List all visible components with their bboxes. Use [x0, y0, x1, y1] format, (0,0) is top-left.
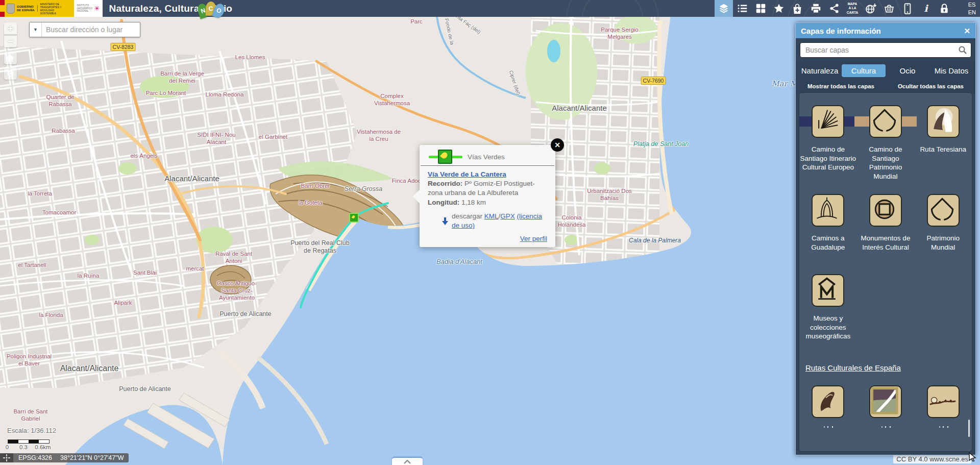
ign-logo[interactable]: INSTITUTO GEOGRÁFICO NACIONAL ✳: [74, 0, 103, 17]
info-button[interactable]: i: [917, 0, 935, 17]
tab-mis-datos[interactable]: Mis Datos: [929, 64, 973, 77]
layer-item[interactable]: Museos y colecciones museográficas: [800, 274, 856, 341]
globe-download-button[interactable]: [862, 0, 880, 17]
layer-item[interactable]: Ruta Teresiana: [915, 105, 971, 181]
mobile-button[interactable]: [898, 0, 917, 17]
hide-all-layers-link[interactable]: Ocultar todas las capas: [898, 83, 964, 89]
scrollbar-thumb[interactable]: [968, 420, 970, 437]
zoom-controls: + −: [4, 22, 17, 47]
home-icon: [7, 55, 14, 62]
layer-item[interactable]: [915, 385, 971, 428]
layers-panel-close-button[interactable]: ✕: [964, 27, 970, 35]
download-text: descargar KML/GPX (licencia de uso): [452, 212, 547, 230]
modules-icon: [755, 3, 766, 14]
cropped-label: [827, 426, 828, 428]
cropped-label: [943, 426, 944, 428]
coat-of-arms-icon: [7, 4, 15, 14]
wh-emblem-icon: [869, 105, 902, 138]
layers-button[interactable]: [715, 0, 733, 17]
share-button[interactable]: [825, 0, 843, 17]
layer-item[interactable]: Patrimonio Mundial: [915, 194, 971, 252]
popup-close-button[interactable]: ✕: [551, 138, 564, 152]
show-all-layers-link[interactable]: Mostrar todas las capas: [807, 83, 874, 89]
modules-button[interactable]: [751, 0, 770, 17]
recorrido-label: Recorrido:: [428, 180, 462, 187]
home-button[interactable]: [4, 52, 17, 64]
bottom-panel-toggle[interactable]: [392, 457, 423, 465]
layers-panel-header: Capas de información ✕: [796, 23, 975, 38]
download-arrow-icon: [442, 217, 448, 225]
longitud-label: Longitud:: [428, 199, 459, 206]
tab-ocio[interactable]: Ocio: [886, 64, 929, 77]
basket-button[interactable]: [880, 0, 898, 17]
share-icon: [829, 3, 840, 14]
popup-pointer: [412, 190, 420, 203]
zoom-out-button[interactable]: −: [4, 35, 17, 47]
popup-header: Vías Verdes: [421, 145, 554, 166]
epsg-value: EPSG:4326: [18, 454, 52, 461]
layer-item[interactable]: Camino de Santiago Itinerario Cultural E…: [800, 105, 856, 181]
via-verde-marker[interactable]: [349, 213, 359, 223]
print-button[interactable]: [806, 0, 825, 17]
layers-scroll-area[interactable]: Camino de Santiago Itinerario Cultural E…: [799, 92, 972, 452]
lang-es[interactable]: ES: [968, 1, 976, 9]
layers-icon: [718, 3, 729, 14]
header-toolbar: MAPA A LA CARTAi: [715, 0, 953, 17]
cnig-mark-icon: ✳: [94, 5, 100, 12]
app-window: Les LlomesBarri de la Verge del RemeiPar…: [0, 0, 980, 465]
via-plata-icon: [869, 385, 902, 418]
layer-item[interactable]: Monumentos de Interés Cultural: [857, 194, 914, 252]
scale-ruler: [8, 439, 50, 444]
chevron-up-icon: [404, 460, 411, 464]
popup-layer-title: Vías Verdes: [468, 153, 505, 161]
gobierno-logo[interactable]: GOBIERNO DE ESPAÑA MINISTERIO DE TRANSPO…: [0, 0, 74, 17]
scale-tick: 0.3: [19, 444, 28, 450]
print-icon: [811, 3, 821, 14]
download-row: descargar KML/GPX (licencia de uso): [442, 212, 547, 230]
geolocate-button[interactable]: [4, 67, 17, 80]
scallop-icon: [812, 105, 844, 138]
bag-add-button[interactable]: [788, 0, 806, 17]
nco-logo: N C O: [198, 1, 225, 21]
search-input[interactable]: [42, 22, 140, 37]
longitud-value: 1,18 km: [461, 199, 486, 206]
layer-label: Camino de Santiago Itinerario Cultural E…: [800, 145, 856, 172]
layer-label: Caminos a Guadalupe: [800, 234, 856, 252]
zoom-in-button[interactable]: +: [4, 22, 17, 35]
layer-label: Camino de Santiago Patrimonio Mundial: [857, 145, 914, 181]
profile-link[interactable]: Ver perfil: [520, 235, 547, 242]
address-search: ▼: [29, 22, 140, 37]
tab-naturaleza[interactable]: Naturaleza: [798, 64, 842, 77]
layers-search-input[interactable]: [800, 42, 971, 58]
info-icon: i: [922, 3, 929, 14]
favorites-button[interactable]: [770, 0, 788, 17]
teresiana-icon: [927, 105, 960, 138]
search-dropdown-button[interactable]: ▼: [30, 22, 42, 37]
wh-emblem-icon: [927, 194, 960, 227]
lang-en[interactable]: EN: [968, 9, 976, 16]
section-heading[interactable]: Rutas Culturales de España: [799, 341, 972, 372]
lock-button[interactable]: [935, 0, 953, 17]
favorites-icon: [773, 3, 785, 14]
mapa-a-la-carta-button[interactable]: MAPA A LA CARTA: [843, 0, 862, 17]
layer-item[interactable]: [800, 385, 856, 428]
crosshair-icon: [3, 454, 10, 461]
kml-link[interactable]: KML: [484, 212, 499, 220]
tab-cultura[interactable]: Cultura: [842, 64, 886, 77]
gpx-link[interactable]: GPX: [500, 212, 515, 220]
layer-item[interactable]: Camino de Santiago Patrimonio Mundial: [857, 105, 914, 181]
layer-label: Patrimonio Mundial: [915, 234, 971, 252]
search-icon: [958, 45, 967, 55]
layer-item[interactable]: [857, 385, 914, 428]
legend-button[interactable]: [733, 0, 751, 17]
feature-link[interactable]: Vía Verde de La Cantera: [428, 170, 506, 178]
language-switcher[interactable]: ES EN: [968, 1, 976, 16]
layer-label: Ruta Teresiana: [920, 145, 966, 154]
monument-icon: [869, 194, 902, 227]
leaf-glyph: [352, 215, 356, 219]
crosshair-button[interactable]: [0, 453, 13, 462]
arch-icon: [812, 194, 844, 227]
layer-item[interactable]: Caminos a Guadalupe: [800, 194, 856, 252]
attribution[interactable]: CC BY 4.0 www.scne.es: [893, 455, 971, 463]
status-bar: EPSG:4326 38°21'21"N 0°27'47"W: [0, 453, 129, 462]
